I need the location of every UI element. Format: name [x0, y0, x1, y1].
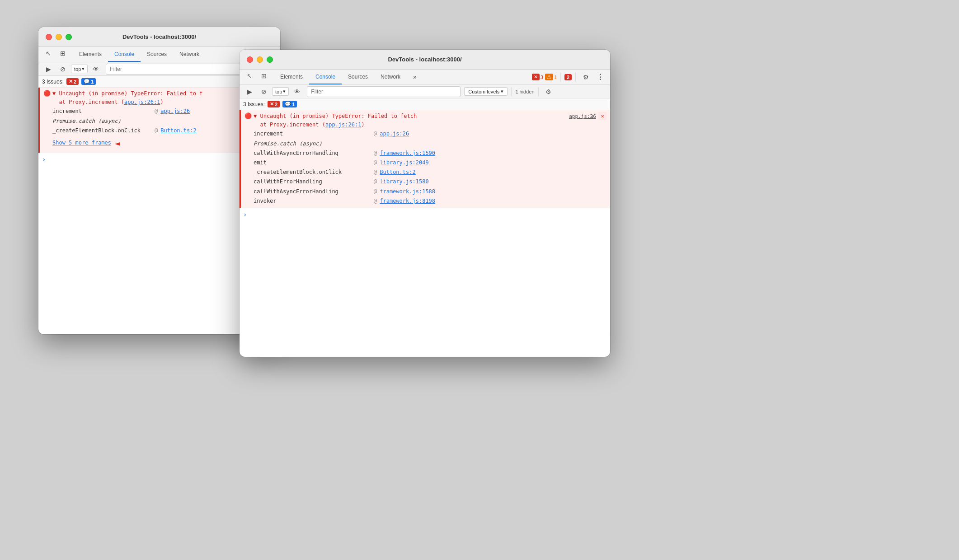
chevron-down-icon-1: ▾: [82, 66, 85, 72]
play-btn-1[interactable]: ▶: [42, 63, 55, 75]
block-btn-1[interactable]: ⊘: [56, 63, 69, 75]
stack-row-2-6: callWithAsyncErrorHandling @ framework.j…: [244, 187, 606, 196]
stack-row-2-4: _createElementBlock.onClick @ Button.ts:…: [244, 168, 606, 177]
settings-btn-2[interactable]: ⚙: [542, 85, 555, 98]
stack-func-2-7: invoker: [254, 197, 371, 205]
stack-link-1-0[interactable]: app.js:26: [160, 107, 190, 116]
title-bar-1: DevTools - localhost:3000/: [38, 27, 280, 47]
error-link-sub-2[interactable]: app.js:26:1: [325, 121, 361, 128]
cursor-icon-2[interactable]: ↖: [243, 70, 256, 82]
window-title-2: DevTools - localhost:3000/: [388, 56, 461, 63]
divider2-2: [575, 73, 576, 82]
stack-func-1-2: _createElementBlock.onClick: [52, 126, 152, 135]
download-icon-2[interactable]: ↓: [588, 112, 597, 120]
stack-link-1-2[interactable]: Button.ts:2: [160, 126, 196, 135]
tab-elements-2[interactable]: Elements: [274, 70, 309, 84]
custom-levels-btn-2[interactable]: Custom levels ▾: [464, 87, 508, 96]
issues-label-2: 3 Issues:: [243, 101, 265, 107]
stack-row-2-1: Promise.catch (async): [244, 139, 606, 149]
console-content-2: 🔴 ▼ Uncaught (in promise) TypeError: Fai…: [240, 110, 610, 332]
filter-input-2[interactable]: [307, 86, 461, 97]
error-link-sub-1[interactable]: app.js:26:1: [124, 99, 160, 105]
tab-more-2[interactable]: »: [407, 70, 423, 84]
chevron-custom-icon: ▾: [501, 89, 503, 94]
stack-link-2-0[interactable]: app.js:26: [380, 130, 409, 138]
cursor-icon-1[interactable]: ↖: [42, 47, 55, 60]
info-count-badge-2: 2: [564, 74, 572, 80]
gear-btn-2[interactable]: ⚙: [579, 71, 592, 84]
error-badge-2: ✕ 2: [268, 101, 280, 107]
tab-elements-1[interactable]: Elements: [73, 47, 108, 62]
stack-func-2-3: emit: [254, 159, 371, 167]
stack-row-2-5: callWithErrorHandling @ library.js:1580: [244, 177, 606, 187]
stack-func-1-1: Promise.catch (async): [52, 117, 152, 126]
play-btn-2[interactable]: ▶: [243, 85, 256, 98]
top-dropdown-1[interactable]: top ▾: [71, 65, 88, 73]
close-button-1[interactable]: [46, 34, 52, 40]
close-entry-icon-2[interactable]: ✕: [598, 112, 606, 120]
stack-link-2-3[interactable]: library.js:2049: [380, 159, 428, 167]
console-toolbar-2: ▶ ⊘ top ▾ 👁 Custom levels ▾ 1 hidden ⚙: [240, 85, 610, 98]
stack-func-2-4: _createElementBlock.onClick: [254, 168, 371, 177]
prompt-chevron-2: ›: [243, 211, 247, 218]
divider4-2: [538, 87, 539, 96]
layers-icon-1[interactable]: ⊞: [56, 47, 69, 60]
maximize-button-1[interactable]: [66, 34, 72, 40]
toolbar-right-2: ✕ 3 ⚠ 1 2 ⚙ ⋮: [532, 70, 606, 84]
eye-btn-2[interactable]: 👁: [291, 85, 303, 98]
minimize-button-2[interactable]: [257, 56, 263, 63]
stack-link-2-2[interactable]: framework.js:1590: [380, 149, 435, 158]
tab-network-1[interactable]: Network: [173, 47, 206, 62]
title-bar-2: DevTools - localhost:3000/: [240, 50, 610, 70]
error-entry-2: 🔴 ▼ Uncaught (in promise) TypeError: Fai…: [240, 110, 610, 208]
block-btn-2[interactable]: ⊘: [258, 85, 270, 98]
info-badge-2: 💬 1: [282, 101, 297, 107]
top-label-2: top: [275, 89, 282, 94]
layers-icon-2[interactable]: ⊞: [258, 70, 270, 82]
top-dropdown-2[interactable]: top ▾: [272, 87, 289, 96]
maximize-button-2[interactable]: [267, 56, 273, 63]
stack-row-2-3: emit @ library.js:2049: [244, 158, 606, 168]
error-message-main-1: ▼ Uncaught (in promise) TypeError: Faile…: [52, 89, 202, 98]
stack-link-2-6[interactable]: framework.js:1588: [380, 187, 435, 196]
issues-label-1: 3 Issues:: [42, 79, 64, 85]
more-btn-2[interactable]: ⋮: [594, 71, 606, 84]
error-circle-icon-1: 🔴: [43, 90, 51, 97]
stack-link-2-5[interactable]: library.js:1580: [380, 177, 428, 186]
window-title-1: DevTools - localhost:3000/: [122, 33, 196, 40]
error-icon-badge-2: ✕: [270, 101, 274, 107]
error-badge-1: ✕ 2: [66, 78, 79, 85]
info-badge-1: 💬 1: [81, 78, 96, 85]
minimize-button-1[interactable]: [56, 34, 62, 40]
issues-bar-2: 3 Issues: ✕ 2 💬 1: [240, 98, 610, 110]
error-message-sub-2: at Proxy.increment (app.js:26:1): [254, 121, 417, 129]
red-arrow-icon: ◄: [115, 136, 120, 150]
entry-file-link-2[interactable]: app.js:26: [578, 112, 587, 120]
console-prompt-2[interactable]: ›: [240, 208, 610, 221]
info-icon-badge-1: 💬: [84, 79, 90, 84]
close-button-2[interactable]: [247, 56, 253, 63]
error-message-sub-1: at Proxy.increment (app.js:26:1): [52, 98, 202, 107]
tab-sources-2[interactable]: Sources: [342, 70, 374, 84]
tab-network-2[interactable]: Network: [374, 70, 407, 84]
stack-row-2-7: invoker @ framework.js:8198: [244, 196, 606, 206]
stack-link-2-7[interactable]: framework.js:8198: [380, 197, 435, 205]
tab-sources-1[interactable]: Sources: [141, 47, 173, 62]
stack-func-2-6: callWithAsyncErrorHandling: [254, 187, 371, 196]
stack-link-2-4[interactable]: Button.ts:2: [380, 168, 415, 177]
tab-console-2[interactable]: Console: [309, 70, 342, 84]
chevron-down-icon-2: ▾: [283, 89, 286, 94]
traffic-lights-2: [247, 56, 273, 63]
warn-count-badge-2: ⚠ 1: [545, 74, 557, 80]
entry-actions-2: app.js:26 ↓ ✕: [578, 112, 606, 120]
error-message-main-2: ▼ Uncaught (in promise) TypeError: Faile…: [254, 112, 417, 121]
error-x-icon-2: ✕: [532, 74, 540, 80]
stack-func-2-0: increment: [254, 130, 371, 138]
stack-func-1-0: increment: [52, 107, 152, 116]
show-more-link-1[interactable]: Show 5 more frames: [52, 139, 111, 147]
tab-console-1[interactable]: Console: [108, 47, 141, 62]
error-circle-icon-2: 🔴: [244, 112, 252, 119]
devtools-window-2: DevTools - localhost:3000/ ↖ ⊞ Elements …: [240, 50, 610, 357]
eye-btn-1[interactable]: 👁: [89, 63, 102, 75]
tab-bar-2: ↖ ⊞ Elements Console Sources Network » ✕…: [240, 70, 610, 85]
